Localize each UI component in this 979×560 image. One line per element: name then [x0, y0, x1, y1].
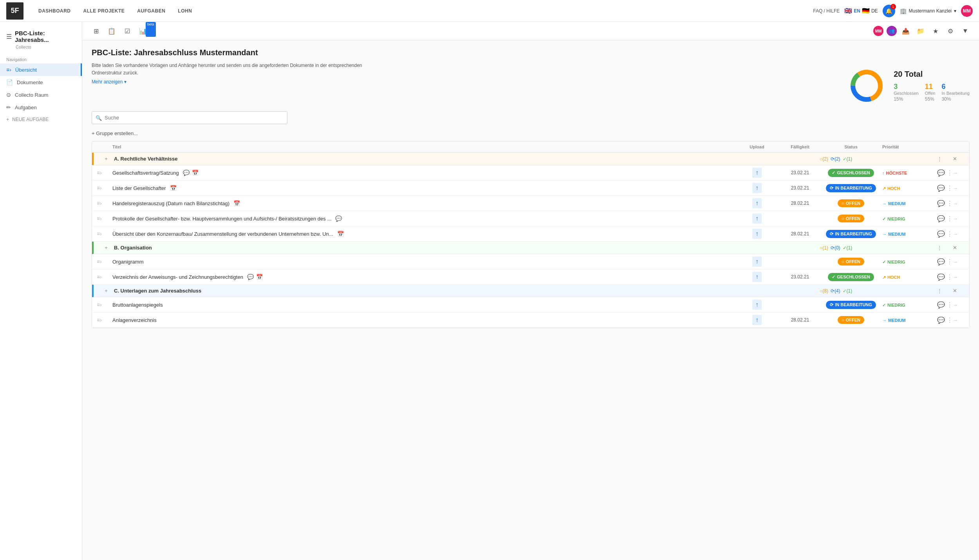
priority-badge[interactable]: ✓ NIEDRIG: [882, 260, 905, 265]
status-badge[interactable]: ⟳ IN BEARBEITUNG: [826, 230, 876, 238]
task-title[interactable]: Handelsregisterauszug (Datum nach Bilanz…: [112, 201, 229, 206]
row-comment-icon[interactable]: 💬: [937, 301, 945, 309]
faq-link[interactable]: FAQ / HILFE: [813, 8, 840, 14]
drag-handle-icon[interactable]: ≡›: [97, 215, 102, 222]
toolbar-grid-icon[interactable]: ⊞: [90, 25, 102, 37]
priority-badge[interactable]: → MEDIUM: [882, 318, 906, 323]
comment-icon[interactable]: 💬: [335, 215, 342, 222]
status-badge[interactable]: ○ OFFEN: [838, 199, 864, 207]
drag-handle-icon[interactable]: ≡›: [97, 185, 102, 191]
row-arrow-icon[interactable]: →: [953, 302, 958, 308]
row-arrow-icon[interactable]: →: [953, 216, 958, 222]
calendar-icon[interactable]: 📅: [192, 170, 199, 176]
hamburger-icon[interactable]: ☰: [6, 33, 12, 40]
group-b-more-icon[interactable]: ⋮: [937, 245, 942, 251]
row-comment-icon[interactable]: 💬: [937, 258, 945, 266]
task-title[interactable]: Anlagenverzeichnis: [112, 317, 157, 323]
drag-handle-icon[interactable]: ≡›: [97, 274, 102, 280]
nav-lohn[interactable]: LOHN: [172, 5, 197, 17]
row-more-icon[interactable]: ⋮: [946, 258, 953, 266]
row-more-icon[interactable]: ⋮: [946, 273, 953, 281]
row-more-icon[interactable]: ⋮: [946, 316, 953, 324]
toolbar-group-icon[interactable]: 👥: [887, 26, 897, 36]
upload-button[interactable]: ↑: [752, 272, 762, 282]
calendar-icon[interactable]: 📅: [233, 200, 240, 206]
row-arrow-icon[interactable]: →: [953, 185, 958, 191]
toolbar-settings-icon[interactable]: ⚙: [945, 25, 956, 37]
group-a-add-icon[interactable]: +: [105, 156, 108, 162]
row-comment-icon[interactable]: 💬: [937, 200, 945, 207]
row-arrow-icon[interactable]: →: [953, 259, 958, 265]
status-badge[interactable]: ✓ GESCHLOSSEN: [828, 169, 874, 177]
calendar-icon[interactable]: 📅: [170, 185, 177, 191]
row-more-icon[interactable]: ⋮: [946, 169, 953, 177]
upload-button[interactable]: ↑: [752, 257, 762, 267]
sidebar-item-ubersicht[interactable]: ≡› Übersicht: [0, 63, 82, 76]
group-c-name[interactable]: C. Unterlagen zum Jahresabschluss: [114, 288, 733, 294]
priority-badge[interactable]: → MEDIUM: [882, 232, 906, 237]
sidebar-item-aufgaben[interactable]: ✏ Aufgaben: [0, 101, 82, 114]
drag-handle-icon[interactable]: ≡›: [97, 317, 102, 323]
comment-icon[interactable]: 💬: [247, 274, 254, 280]
task-title[interactable]: Protokolle der Gesellschafter- bzw. Haup…: [112, 216, 331, 222]
group-b-close-icon[interactable]: ✕: [953, 245, 957, 251]
row-arrow-icon[interactable]: →: [953, 170, 958, 176]
toolbar-bookmark-icon[interactable]: 📁: [915, 25, 927, 37]
upload-button[interactable]: ↑: [752, 168, 762, 178]
group-c-more-icon[interactable]: ⋮: [937, 288, 942, 294]
group-create-button[interactable]: + Gruppe erstellen...: [92, 130, 138, 136]
row-arrow-icon[interactable]: →: [953, 231, 958, 237]
nav-aufgaben[interactable]: AUFGABEN: [132, 5, 171, 17]
nav-dashboard[interactable]: DASHBOARD: [33, 5, 76, 17]
status-badge[interactable]: ⟳ IN BEARBEITUNG: [826, 184, 876, 192]
task-title[interactable]: Übersicht über den Konzernaufbau/ Zusamm…: [112, 231, 333, 237]
toolbar-file-icon[interactable]: 📋: [106, 25, 117, 37]
drag-handle-icon[interactable]: ≡›: [97, 231, 102, 237]
upload-button[interactable]: ↑: [752, 183, 762, 193]
group-a-name[interactable]: A. Rechtliche Verhältnisse: [114, 156, 733, 162]
row-comment-icon[interactable]: 💬: [937, 316, 945, 324]
toolbar-star-icon[interactable]: ★: [930, 25, 941, 37]
upload-button[interactable]: ↑: [752, 213, 762, 224]
row-comment-icon[interactable]: 💬: [937, 184, 945, 192]
toolbar-user-avatar[interactable]: MM: [873, 26, 883, 36]
nav-alle-projekte[interactable]: ALLE PROJEKTE: [78, 5, 130, 17]
row-arrow-icon[interactable]: →: [953, 274, 958, 280]
toolbar-filter-icon[interactable]: ▼: [959, 25, 971, 37]
upload-button[interactable]: ↑: [752, 300, 762, 310]
group-b-name[interactable]: B. Organisation: [114, 245, 733, 251]
row-more-icon[interactable]: ⋮: [946, 230, 953, 238]
priority-badge[interactable]: ✓ NIEDRIG: [882, 217, 905, 222]
status-badge[interactable]: ○ OFFEN: [838, 215, 864, 222]
row-comment-icon[interactable]: 💬: [937, 215, 945, 222]
task-title[interactable]: Verzeichnis der Anweisungs- und Zeichnun…: [112, 274, 243, 280]
mehr-anzeigen-button[interactable]: Mehr anzeigen ▾: [92, 79, 126, 85]
status-badge[interactable]: ○ OFFEN: [838, 258, 864, 266]
group-a-close-icon[interactable]: ✕: [953, 156, 957, 162]
row-arrow-icon[interactable]: →: [953, 317, 958, 323]
row-comment-icon[interactable]: 💬: [937, 230, 945, 238]
group-c-close-icon[interactable]: ✕: [953, 288, 957, 294]
priority-badge[interactable]: ✓ NIEDRIG: [882, 303, 905, 308]
row-more-icon[interactable]: ⋮: [946, 301, 953, 309]
calendar-icon[interactable]: 📅: [256, 274, 263, 280]
toolbar-check-icon[interactable]: ☑: [121, 25, 133, 37]
priority-badge[interactable]: → MEDIUM: [882, 201, 906, 206]
group-c-add-icon[interactable]: +: [105, 288, 108, 294]
task-title[interactable]: Organigramm: [112, 259, 143, 265]
notification-button[interactable]: 🔔 1: [883, 5, 895, 17]
row-comment-icon[interactable]: 💬: [937, 169, 945, 177]
drag-handle-icon[interactable]: ≡›: [97, 200, 102, 206]
row-arrow-icon[interactable]: →: [953, 201, 958, 206]
drag-handle-icon[interactable]: ≡›: [97, 170, 102, 176]
priority-badge[interactable]: ↑ HÖCHSTE: [882, 171, 907, 175]
lang-en[interactable]: EN: [854, 8, 860, 14]
status-badge[interactable]: ⟳ IN BEARBEITUNG: [826, 301, 876, 309]
toolbar-upload-icon[interactable]: 📤: [900, 25, 912, 37]
task-title[interactable]: Gesellschaftsvertrag/Satzung: [112, 170, 179, 176]
row-more-icon[interactable]: ⋮: [946, 215, 953, 222]
priority-badge[interactable]: ↗ HOCH: [882, 186, 900, 191]
task-title[interactable]: Bruttoanlagenspiegels: [112, 302, 163, 308]
sidebar-item-collecto-raum[interactable]: ⊙ Collecto Raum: [0, 89, 82, 101]
row-comment-icon[interactable]: 💬: [937, 273, 945, 281]
